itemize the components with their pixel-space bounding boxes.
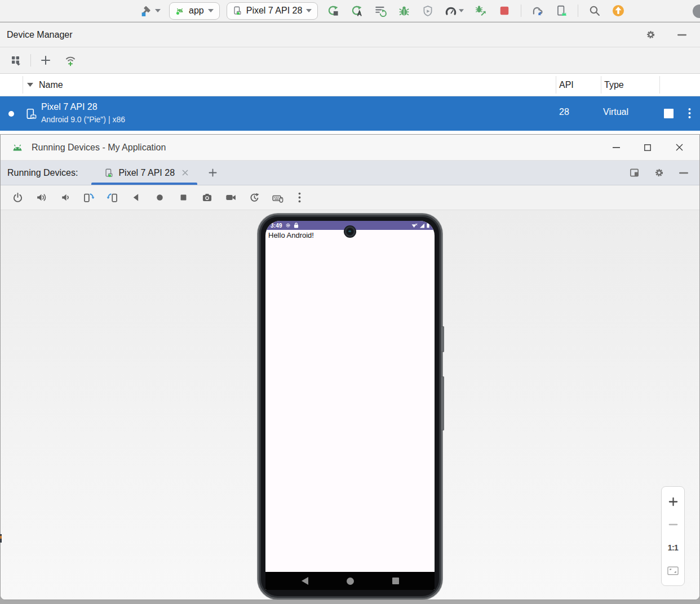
android-home-button[interactable] [148, 188, 171, 207]
pair-wifi-icon [64, 54, 77, 66]
profiler-gauge-icon [445, 5, 457, 17]
tab-label: Pixel 7 API 28 [118, 168, 175, 178]
zoom-reset-button[interactable]: 1:1 [663, 539, 683, 556]
window-close-button[interactable] [663, 136, 695, 159]
device-manager-title: Device Manager [7, 30, 73, 40]
column-separator [23, 76, 23, 94]
rerun-icon [327, 5, 339, 17]
stop-device-button[interactable] [664, 109, 674, 118]
pair-devices-wifi-button[interactable] [61, 51, 79, 69]
device-more-actions-button[interactable] [684, 105, 694, 121]
target-device-select[interactable]: Pixel 7 API 28 [227, 2, 318, 20]
group-devices-button[interactable] [7, 51, 25, 69]
device-table-header: Name API Type [0, 74, 700, 96]
device-manager-settings-button[interactable] [641, 26, 659, 44]
nav-back-icon[interactable] [302, 577, 308, 585]
minimize-icon [679, 172, 688, 174]
camera-punch-hole [344, 225, 356, 238]
screenshot-button[interactable] [196, 188, 218, 207]
device-manager-button[interactable] [550, 1, 573, 20]
running-devices-hide-button[interactable] [675, 164, 693, 182]
apply-changes-button[interactable] [345, 1, 369, 20]
device-name: Pixel 7 API 28 [41, 102, 98, 112]
zoom-out-button[interactable] [663, 516, 683, 533]
running-devices-settings-button[interactable] [650, 164, 668, 182]
column-separator [556, 76, 556, 94]
device-type: Virtual [603, 107, 628, 117]
running-devices-window: Running Devices - My Application [0, 134, 700, 600]
search-everywhere-button[interactable] [583, 1, 606, 20]
snapshot-reset-button[interactable] [243, 188, 265, 207]
ide-update-button[interactable] [606, 1, 630, 20]
column-header-api[interactable]: API [559, 74, 574, 96]
android-overview-button[interactable] [172, 188, 194, 207]
gradle-sync-button[interactable] [526, 1, 550, 20]
column-header-name[interactable]: Name [27, 74, 63, 96]
device-phone-icon [104, 168, 114, 178]
zoom-in-button[interactable] [663, 493, 683, 510]
virtual-device-icon [25, 108, 38, 121]
add-device-button[interactable] [37, 51, 55, 69]
nav-home-icon[interactable] [347, 578, 354, 585]
toolbar-separator [30, 54, 31, 66]
column-header-type[interactable]: Type [604, 74, 624, 96]
device-phone-icon [232, 6, 242, 16]
status-signal-icon [419, 223, 425, 228]
video-camera-icon [225, 192, 237, 203]
dock-window-button[interactable] [625, 164, 643, 182]
plus-icon [668, 497, 678, 507]
emulated-phone[interactable]: 3:49 [258, 214, 442, 599]
device-description: Android 9.0 ("Pie") | x86 [41, 115, 125, 124]
tab-close-button[interactable] [179, 167, 190, 179]
partial-toolbar-icon[interactable] [693, 5, 700, 18]
apply-changes-restart-icon [351, 5, 363, 17]
running-devices-titlebar[interactable]: Running Devices - My Application [1, 135, 699, 161]
tab-pixel-7-api-28[interactable]: Pixel 7 API 28 [99, 161, 196, 185]
phone-power-button [441, 376, 444, 430]
profile-button[interactable] [416, 1, 440, 20]
zoom-fit-button[interactable] [663, 562, 683, 579]
nav-overview-icon[interactable] [392, 578, 399, 584]
zoom-controls: 1:1 [661, 486, 685, 586]
status-lock-icon [294, 223, 299, 228]
toolbar-separator [521, 5, 521, 17]
volume-up-button[interactable] [30, 188, 52, 207]
tab-bar-label: Running Devices: [7, 168, 78, 178]
running-devices-tabstrip: Running Devices: Pixel 7 API 28 [1, 161, 699, 185]
emulator-toolbar [1, 185, 699, 210]
phone-nav-bar[interactable] [265, 572, 435, 590]
device-row-pixel-7[interactable]: Pixel 7 API 28 Android 9.0 ("Pie") | x86… [0, 96, 700, 131]
rotate-left-button[interactable] [77, 188, 100, 207]
window-minimize-button[interactable] [600, 136, 632, 159]
stop-button[interactable] [493, 1, 516, 20]
hardware-input-button[interactable] [267, 188, 289, 207]
window-maximize-button[interactable] [632, 136, 663, 159]
rotate-right-button[interactable] [101, 188, 123, 207]
attach-debugger-button[interactable] [469, 1, 493, 20]
rerun-button[interactable] [321, 1, 345, 20]
close-icon [182, 170, 188, 176]
screen-record-button[interactable] [219, 188, 242, 207]
emulator-more-button[interactable] [290, 188, 308, 207]
toolbar-separator [578, 5, 578, 17]
device-manager-hide-button[interactable] [673, 26, 691, 44]
debug-button[interactable] [392, 1, 416, 20]
device-manager-toolbar [0, 47, 700, 74]
android-back-button[interactable] [125, 188, 147, 207]
build-button[interactable] [135, 1, 166, 20]
apply-code-changes-button[interactable] [369, 1, 392, 20]
maximize-icon [644, 144, 651, 151]
debug-bug-icon [398, 5, 410, 17]
power-button[interactable] [6, 188, 29, 207]
volume-down-button[interactable] [54, 188, 76, 207]
phone-screen[interactable]: 3:49 [265, 221, 435, 590]
emulator-display-area[interactable]: 3:49 [1, 210, 699, 599]
app-content[interactable]: Hello Android! [265, 230, 435, 572]
new-device-tab-button[interactable] [204, 165, 221, 181]
device-manager-header: Device Manager [0, 23, 700, 47]
sort-descending-icon [27, 83, 33, 87]
profiler-button[interactable] [440, 1, 469, 20]
camera-icon [201, 192, 213, 203]
run-configuration-select[interactable]: app [169, 2, 220, 20]
device-manager-panel: Device Manager [0, 23, 700, 134]
